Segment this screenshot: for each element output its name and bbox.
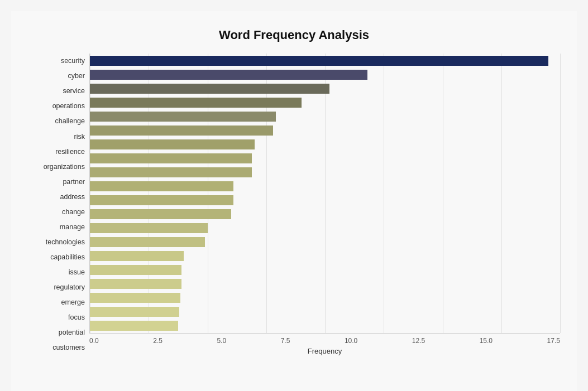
bar xyxy=(90,279,181,289)
x-axis-tick: 15.0 xyxy=(480,337,493,345)
bar-row xyxy=(90,249,560,263)
bar xyxy=(90,307,179,317)
y-axis-label: partner xyxy=(28,178,85,186)
bar xyxy=(90,98,302,108)
y-axis-label: resilience xyxy=(28,148,85,156)
bar-row xyxy=(90,179,560,193)
bar xyxy=(90,125,273,136)
y-axis-label: risk xyxy=(28,133,85,141)
y-axis-label: potential xyxy=(28,329,85,336)
x-axis-tick: 12.5 xyxy=(412,337,425,345)
bar xyxy=(90,139,255,149)
x-axis-tick: 0.0 xyxy=(89,337,99,345)
bar xyxy=(90,84,329,94)
bar xyxy=(90,223,208,233)
y-axis-label: technologies xyxy=(28,239,85,246)
y-axis-label: challenge xyxy=(28,118,85,125)
bar xyxy=(90,112,276,122)
y-axis-label: address xyxy=(28,194,85,201)
bar-row xyxy=(90,137,560,151)
bar xyxy=(90,195,233,205)
bar xyxy=(90,209,231,219)
bar xyxy=(90,56,548,66)
bar xyxy=(90,70,367,80)
y-axis-label: focus xyxy=(28,314,85,321)
bar-row xyxy=(90,277,560,291)
y-axis-label: service xyxy=(28,88,85,95)
x-axis-tick: 5.0 xyxy=(217,337,226,345)
y-axis-label: change xyxy=(28,209,85,216)
x-axis-tick: 2.5 xyxy=(153,337,162,345)
x-axis-labels: 0.02.55.07.510.012.515.017.5 xyxy=(89,337,560,345)
bar-row xyxy=(90,305,560,319)
bar-row xyxy=(90,207,560,221)
y-axis-label: capabilities xyxy=(28,254,85,261)
bars-container xyxy=(89,54,560,334)
bar-row xyxy=(90,263,560,277)
chart-area: securitycyberserviceoperationschallenger… xyxy=(28,54,560,355)
bar-row xyxy=(90,235,560,249)
bar-row xyxy=(90,193,560,207)
bar xyxy=(90,251,184,261)
bar xyxy=(90,265,181,275)
y-axis-label: cyber xyxy=(28,73,85,80)
y-axis-label: regulatory xyxy=(28,284,85,291)
bar-row xyxy=(90,221,560,235)
y-axis-label: security xyxy=(28,57,85,65)
bar-row xyxy=(90,81,560,95)
bar-row xyxy=(90,291,560,305)
x-axis-tick: 17.5 xyxy=(547,337,560,345)
y-axis-label: customers xyxy=(28,344,85,351)
bar-row xyxy=(90,95,560,109)
bar-row xyxy=(90,151,560,165)
bar xyxy=(90,167,252,177)
bar xyxy=(90,181,233,191)
x-axis-tick: 10.0 xyxy=(345,337,357,345)
y-axis-label: operations xyxy=(28,103,85,110)
grid-line xyxy=(560,54,561,333)
plot-area: 0.02.55.07.510.012.515.017.5 Frequency xyxy=(89,54,560,355)
y-axis-label: issue xyxy=(28,269,85,276)
bar-row xyxy=(90,54,560,67)
y-axis-labels: securitycyberserviceoperationschallenger… xyxy=(28,54,89,355)
bar xyxy=(90,293,180,303)
chart-title: Word Frequency Analysis xyxy=(28,28,560,42)
bar-row xyxy=(90,123,560,137)
bar-row xyxy=(90,165,560,179)
x-axis-title: Frequency xyxy=(89,347,560,355)
chart-container: Word Frequency Analysis securitycyberser… xyxy=(11,11,577,391)
bar-row xyxy=(90,67,560,81)
y-axis-label: organizations xyxy=(28,163,85,171)
bar-row xyxy=(90,109,560,123)
y-axis-label: emerge xyxy=(28,299,85,306)
bar xyxy=(90,321,178,331)
bar xyxy=(90,153,252,163)
bar-row xyxy=(90,319,560,333)
y-axis-label: manage xyxy=(28,224,85,231)
bar xyxy=(90,237,205,247)
x-axis-tick: 7.5 xyxy=(281,337,290,345)
